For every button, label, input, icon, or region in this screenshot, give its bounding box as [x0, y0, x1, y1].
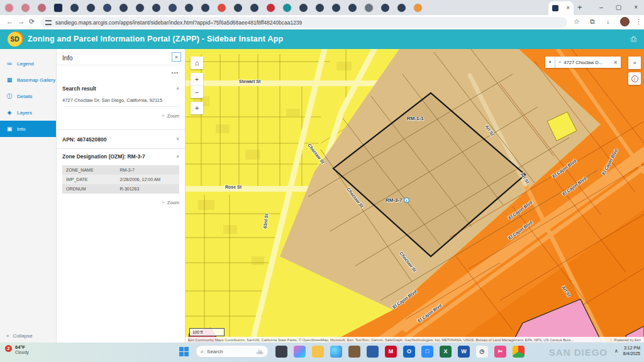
pinned-tab-favicon[interactable] [234, 4, 242, 12]
search-source-dropdown[interactable]: ▾ [545, 57, 555, 68]
pinned-tab-favicon[interactable] [348, 4, 357, 12]
map-search-widget: ▾ ⌕ 4727 Choctaw D... ✕ [545, 57, 621, 68]
pinned-tab-favicon[interactable] [185, 4, 193, 12]
back-button[interactable]: ← [6, 18, 13, 25]
collapse-button[interactable]: « Collapse [6, 333, 33, 339]
system-tray[interactable]: ∧ 3:12 PM 8/4/2025 [614, 345, 640, 357]
teams-icon[interactable] [367, 346, 379, 358]
pinned-tab-favicon[interactable] [397, 4, 406, 12]
outlook-icon[interactable]: O [403, 346, 415, 358]
street-label: Stewart St [239, 79, 260, 84]
site-settings-icon[interactable] [45, 20, 52, 25]
expand-widget-button[interactable]: » [628, 57, 641, 69]
apn-header[interactable]: APN: 4674520800 ∨ [62, 136, 179, 143]
pinned-tab-favicon[interactable] [381, 4, 389, 12]
chevron-up-icon[interactable]: ∧ [176, 86, 179, 91]
pinned-tab-favicon[interactable] [299, 4, 308, 12]
pinned-tab-favicon[interactable] [283, 4, 291, 12]
windows-start-button[interactable] [179, 347, 189, 356]
zone-label-rm37[interactable]: RM-3-7 i [386, 197, 409, 203]
profile-avatar[interactable] [620, 17, 630, 26]
forward-button[interactable]: → [18, 18, 25, 25]
notification-badge: 2 [5, 345, 12, 352]
zone-header[interactable]: Zone Designation (OZM): RM-3-7 ∧ [62, 153, 179, 160]
print-icon[interactable]: ⎙ [630, 35, 636, 43]
pinned-tab-favicon[interactable] [332, 4, 340, 12]
panel-close-button[interactable]: × [172, 52, 181, 62]
active-tab[interactable]: × [548, 1, 574, 15]
tab-close-icon[interactable]: × [566, 5, 570, 11]
sidebar-item-label: Legend [17, 61, 34, 67]
bookmark-star-icon[interactable]: ☆ [574, 18, 580, 26]
zoom-in-button[interactable]: + [191, 73, 203, 85]
system-icon[interactable] [275, 346, 287, 358]
pinned-tab-favicon[interactable] [316, 4, 324, 12]
table-row: ORDNUM R-301263 [62, 184, 179, 194]
window-close-button[interactable]: × [634, 4, 638, 11]
credits-info-button[interactable]: i [628, 72, 641, 85]
taskbar-search-box[interactable]: ⌕ Search 🚲 [196, 345, 269, 358]
pinned-tab-favicon[interactable] [414, 4, 422, 12]
panel-options-icon[interactable]: ••• [172, 70, 179, 75]
chrome-icon[interactable] [513, 346, 525, 358]
pinned-tab-favicon[interactable] [250, 4, 258, 12]
snip-icon[interactable]: ✂ [494, 346, 506, 358]
pinned-tab-favicon[interactable] [38, 4, 46, 12]
file-explorer-icon[interactable] [312, 346, 324, 358]
map-viewport[interactable]: Stewart StRose St63rd StChoctaw StChocta… [186, 49, 644, 343]
tray-caret-icon[interactable]: ∧ [614, 348, 618, 354]
weather-widget[interactable]: 2 64°F Cloudy [5, 344, 29, 354]
mcafee-icon[interactable]: M [385, 346, 397, 358]
zone-label-rm11: RM-1-1 [407, 116, 424, 121]
pinned-tab-favicon[interactable] [267, 4, 275, 12]
word-icon[interactable]: W [458, 346, 470, 358]
new-tab-button[interactable]: + [577, 3, 582, 12]
search-result-header[interactable]: Search result ∧ [62, 85, 179, 92]
pinned-tab-favicon[interactable] [5, 4, 13, 12]
copilot-icon[interactable] [294, 346, 306, 358]
search-result-zoom-link[interactable]: ⌕ Zoom [62, 112, 179, 119]
share-icon[interactable]: ⧉ [590, 18, 595, 26]
sidebar-item-info[interactable]: ▣ Info [0, 121, 56, 137]
address-bar[interactable]: sandiego.maps.arcgis.com/apps/instant/si… [40, 17, 567, 28]
locate-button[interactable]: ⌖ [191, 102, 203, 114]
pinned-tab-favicon[interactable] [218, 4, 226, 12]
zone-designation-section: Zone Designation (OZM): RM-3-7 ∧ ZONE_NA… [62, 153, 179, 206]
home-button[interactable]: ⌂ [191, 57, 203, 69]
attr-key: ORDNUM [62, 184, 116, 194]
pinned-tab-favicon[interactable] [119, 4, 128, 12]
pinned-tab-favicon[interactable] [103, 4, 111, 12]
sidebar-item-basemap-gallery[interactable]: ▦ Basemap Gallery [0, 72, 56, 88]
clear-search-icon[interactable]: ✕ [613, 60, 618, 65]
taskbar-clock[interactable]: 3:12 PM 8/4/2025 [623, 345, 640, 357]
browser-menu-icon[interactable]: ⋮ [635, 18, 642, 26]
chevron-up-icon[interactable]: ∧ [176, 154, 179, 159]
chevron-down-icon[interactable]: ∨ [176, 136, 179, 143]
sidebar-item-legend[interactable]: ≔ Legend [0, 55, 56, 72]
reload-button[interactable]: ⟳ [29, 18, 35, 26]
pinned-tab-favicon[interactable] [87, 4, 95, 12]
pinned-tab-favicon[interactable] [201, 4, 209, 12]
edge-icon[interactable] [330, 346, 342, 358]
pinned-tab-favicon[interactable] [136, 4, 144, 12]
window-maximize-button[interactable]: ▢ [616, 4, 621, 11]
zone-zoom-link[interactable]: ⌕ Zoom [62, 199, 179, 206]
pinned-tab-favicon[interactable] [365, 4, 373, 12]
pinned-tab-favicon[interactable] [70, 4, 79, 12]
pinned-tab-favicon[interactable] [54, 4, 62, 12]
pinned-tab-favicon[interactable] [21, 4, 30, 12]
store-icon[interactable] [348, 346, 360, 358]
pinned-tab-favicon[interactable] [169, 4, 177, 12]
window-minimize-button[interactable]: – [599, 4, 603, 11]
active-tab-favicon [552, 5, 558, 11]
excel-icon[interactable]: X [440, 346, 452, 358]
downloads-icon[interactable]: ↓ [606, 18, 610, 25]
sidebar-item-details[interactable]: ⓘ Details [0, 88, 56, 104]
zoom-icon[interactable]: □ [421, 346, 433, 358]
clock-icon[interactable]: ◷ [476, 346, 488, 358]
sidebar-item-layers[interactable]: ◈ Layers [0, 104, 56, 121]
map-search-input[interactable]: ⌕ 4727 Choctaw D... ✕ [555, 57, 621, 68]
pinned-tab-favicon[interactable] [152, 4, 160, 12]
popup-info-icon[interactable]: i [404, 197, 409, 203]
zoom-out-button[interactable]: − [191, 85, 203, 98]
